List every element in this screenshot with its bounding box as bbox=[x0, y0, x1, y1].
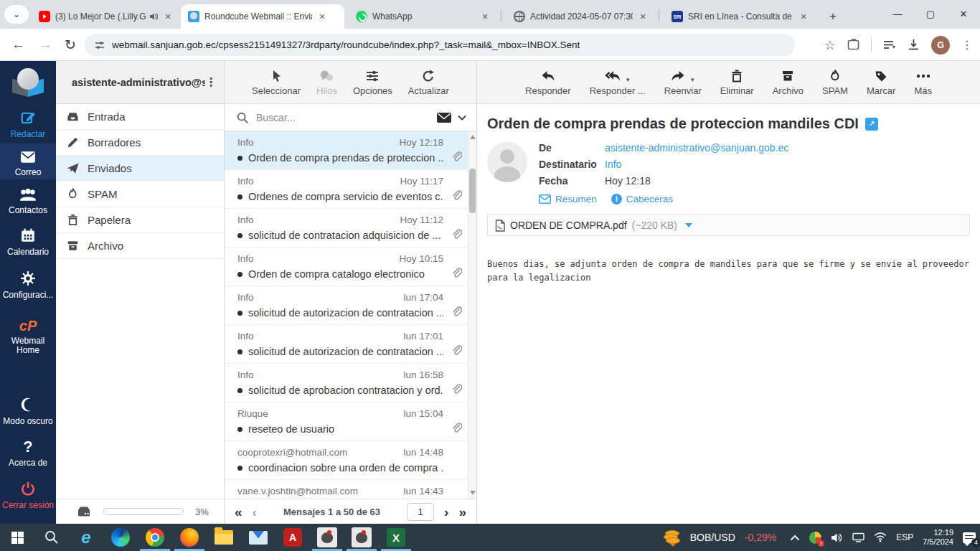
tab-close-icon[interactable]: ✕ bbox=[162, 11, 174, 22]
sidebar-item-settings[interactable]: Configuraci... bbox=[0, 270, 56, 300]
message-row[interactable]: Info Hoy 10:15 Orden de compra catalogo … bbox=[225, 248, 476, 286]
sidebar-item-contacts[interactable]: Contactos bbox=[0, 187, 56, 215]
last-page-button[interactable]: » bbox=[458, 505, 466, 519]
reply-button[interactable]: Responder bbox=[525, 69, 571, 96]
tab-scroll-button[interactable]: ⌄ bbox=[4, 5, 29, 24]
side-panel-icon[interactable] bbox=[847, 39, 859, 51]
summary-link[interactable]: Resumen bbox=[539, 194, 597, 204]
search-scope-envelope-icon[interactable] bbox=[436, 112, 452, 123]
message-row[interactable]: cooprotexri@hotmail.com lun 14:48 coordi… bbox=[225, 441, 476, 480]
folder-item-spam[interactable]: SPAM bbox=[56, 182, 224, 207]
folder-item-trash[interactable]: Papelera bbox=[56, 207, 224, 233]
tab-audio-icon[interactable] bbox=[149, 12, 158, 21]
widget-change-percent[interactable]: -0,29% bbox=[745, 532, 776, 543]
profile-avatar[interactable]: G bbox=[931, 36, 950, 55]
scroll-up-arrow[interactable] bbox=[470, 135, 476, 139]
spam-button[interactable]: SPAM bbox=[822, 69, 848, 96]
playlist-icon[interactable] bbox=[883, 39, 896, 51]
sidebar-item-calendar[interactable]: Calendario bbox=[0, 227, 56, 257]
roundcube-logo[interactable] bbox=[12, 68, 44, 100]
minimize-button[interactable]: — bbox=[881, 0, 914, 27]
close-button[interactable]: ✕ bbox=[947, 0, 980, 27]
reply-all-button[interactable]: ▼ Responder ... bbox=[590, 69, 646, 96]
archive-button[interactable]: Archivo bbox=[773, 69, 804, 96]
tab-roundcube-active[interactable]: Roundcube Webmail :: Envia ✕ bbox=[181, 4, 344, 29]
sidebar-item-webmail-home[interactable]: cP Webmail Home bbox=[0, 318, 56, 355]
from-address-link[interactable]: asistente-administrativo@sanjuan.gob.ec bbox=[605, 142, 788, 154]
dropdown-caret[interactable]: ▼ bbox=[625, 77, 631, 83]
attachment-name[interactable]: ORDEN DE COMPRA.pdf bbox=[510, 220, 627, 231]
message-row[interactable]: Rluque lun 15:04 reseteo de usuario bbox=[225, 402, 476, 441]
taskbar-edge[interactable] bbox=[103, 524, 138, 551]
forward-button[interactable]: ▼ Reenviar bbox=[664, 69, 702, 96]
back-button[interactable]: ← bbox=[11, 37, 25, 52]
taskbar-acrobat[interactable]: A bbox=[275, 524, 310, 551]
language-indicator[interactable]: ESP bbox=[896, 532, 913, 542]
refresh-list-button[interactable]: Actualizar bbox=[408, 69, 449, 96]
search-input[interactable] bbox=[256, 112, 436, 123]
taskbar-internet-explorer[interactable]: e bbox=[69, 524, 103, 551]
message-row[interactable]: Info lun 16:58 solicitud de aprobacion c… bbox=[225, 364, 476, 402]
next-page-button[interactable]: › bbox=[444, 505, 448, 519]
more-button[interactable]: Más bbox=[914, 69, 932, 96]
options-button[interactable]: Opciones bbox=[353, 69, 392, 96]
tab-close-icon[interactable]: ✕ bbox=[798, 11, 809, 22]
page-number-input[interactable]: 1 bbox=[407, 503, 434, 521]
message-row[interactable]: Info Hoy 11:17 Ordenes de compra servici… bbox=[225, 170, 476, 209]
download-icon[interactable] bbox=[908, 39, 920, 51]
market-widget-icon[interactable] bbox=[664, 529, 681, 545]
account-menu-icon[interactable]: ⋮ bbox=[205, 75, 217, 89]
tab-close-icon[interactable]: ✕ bbox=[637, 11, 649, 22]
bookmark-star-icon[interactable]: ☆ bbox=[824, 37, 836, 53]
browser-menu-icon[interactable]: ⋮ bbox=[961, 38, 973, 52]
cast-display-icon[interactable] bbox=[852, 532, 864, 542]
tab-youtube[interactable]: (3) Lo Mejor De (.Lilly.Go ✕ bbox=[32, 4, 179, 29]
delete-button[interactable]: Eliminar bbox=[720, 69, 754, 96]
sidebar-item-mail[interactable]: Correo bbox=[0, 143, 56, 179]
dropdown-caret[interactable]: ▼ bbox=[689, 77, 695, 83]
to-address-link[interactable]: Info bbox=[605, 159, 621, 170]
sidebar-item-logout[interactable]: Cerrar sesión bbox=[0, 481, 56, 510]
tab-whatsapp[interactable]: WhatsApp ✕ bbox=[349, 4, 496, 29]
scroll-down-arrow[interactable] bbox=[470, 491, 476, 495]
mark-button[interactable]: Marcar bbox=[867, 69, 895, 96]
folder-item-inbox[interactable]: Entrada bbox=[56, 104, 224, 130]
tab-actividad[interactable]: Actividad 2024-05-07 07:30: ✕ bbox=[507, 4, 654, 29]
taskbar-file-explorer[interactable] bbox=[207, 524, 241, 551]
sidebar-item-dark-mode[interactable]: Modo oscuro bbox=[0, 397, 56, 426]
notification-center-icon[interactable]: 4 bbox=[963, 532, 976, 543]
sidebar-item-compose[interactable]: Redactar bbox=[0, 110, 56, 139]
address-bar[interactable]: webmail.sanjuan.gob.ec/cpsess2151491327/… bbox=[85, 34, 795, 56]
message-row[interactable]: Info Hoy 12:18 Orden de compra prendas d… bbox=[225, 131, 476, 170]
taskbar-mail[interactable] bbox=[241, 524, 275, 551]
threads-button[interactable]: Hilos bbox=[316, 69, 337, 96]
taskbar-java-app-2[interactable] bbox=[344, 524, 379, 551]
attachment-row[interactable]: ORDEN DE COMPRA.pdf (~220 KB) bbox=[487, 215, 970, 236]
select-button[interactable]: Seleccionar bbox=[252, 69, 301, 96]
first-page-button[interactable]: « bbox=[235, 505, 242, 519]
headers-link[interactable]: i Cabeceras bbox=[611, 194, 673, 204]
folder-item-drafts[interactable]: Borradores bbox=[56, 130, 224, 156]
security-status-icon[interactable] bbox=[809, 532, 821, 544]
taskbar-search[interactable] bbox=[34, 524, 69, 551]
folder-item-archive[interactable]: Archivo bbox=[56, 233, 224, 259]
widget-currency-pair[interactable]: BOB/USD bbox=[690, 532, 735, 543]
chevron-down-icon[interactable] bbox=[458, 115, 466, 121]
start-button[interactable] bbox=[0, 524, 34, 551]
taskbar-excel[interactable]: X bbox=[379, 524, 413, 551]
folder-item-sent[interactable]: Enviados bbox=[56, 156, 224, 182]
refresh-button[interactable]: ↻ bbox=[65, 37, 76, 53]
new-tab-button[interactable]: + bbox=[824, 7, 842, 26]
tab-close-icon[interactable]: ✕ bbox=[316, 11, 328, 22]
tab-close-icon[interactable]: ✕ bbox=[479, 11, 491, 22]
message-row[interactable]: Info lun 17:04 solicitud de autorizacion… bbox=[225, 286, 476, 325]
message-row[interactable]: vane.v.joshtin@hotmail.com lun 14:43 bbox=[225, 480, 476, 499]
taskbar-chrome[interactable] bbox=[138, 524, 172, 551]
scrollbar-thumb[interactable] bbox=[469, 169, 476, 213]
prev-page-button[interactable]: ‹ bbox=[253, 505, 257, 519]
wifi-icon[interactable] bbox=[874, 532, 887, 542]
sidebar-item-about[interactable]: ? Acerca de bbox=[0, 438, 56, 468]
message-row[interactable]: Info Hoy 11:12 solicitud de contratacion… bbox=[225, 209, 476, 248]
taskbar-java-app-1[interactable] bbox=[310, 524, 344, 551]
tab-sri[interactable]: SRi SRI en Línea - Consulta de R ✕ bbox=[664, 4, 815, 29]
